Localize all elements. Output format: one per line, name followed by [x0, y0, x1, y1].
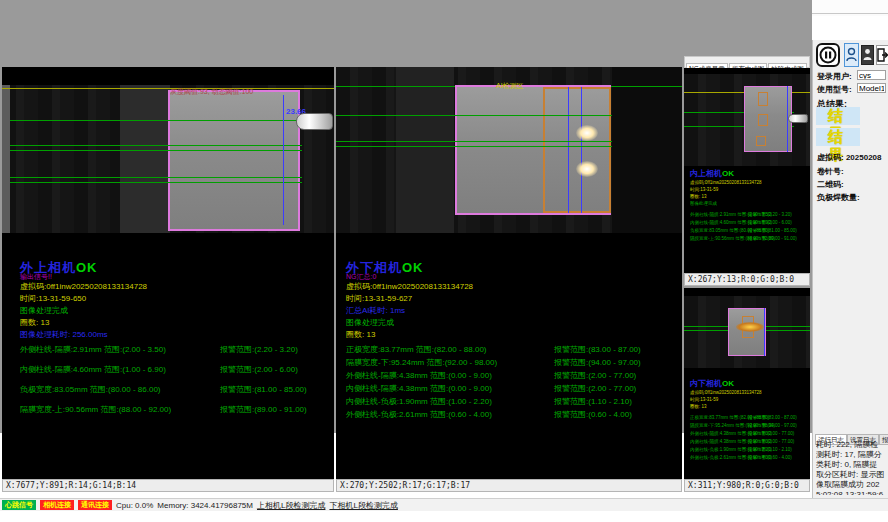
alarm-range: 报警范围:(83.00 - 87.00): [748, 415, 797, 420]
result-ok-text: OK: [722, 379, 734, 388]
time-line: 时间:13-31-59-650: [20, 293, 86, 304]
camera-name: 内下相机OK: [690, 378, 734, 389]
edge-line-green: [10, 120, 302, 121]
model-field[interactable]: [857, 83, 886, 93]
alarm-text: 报警范围:(89.00 - 91.00): [748, 236, 797, 241]
alarm-range: 报警范围:(2.00 - 77.00): [748, 439, 794, 444]
inner-top-camera-image[interactable]: [684, 74, 810, 166]
left-camera-image[interactable]: 灰度阈值:93, 动态阈值:100 23.66: [2, 85, 334, 233]
inner-top-cursor-status: X:267;Y:13;R:0;G:0;B:0: [684, 273, 810, 286]
measurement-row: 外侧柱线-隔膜:4.38mm 范围:(0.00 - 9.00): [346, 370, 492, 381]
status-bar: 心跳信号 相机连接 通讯连接 Cpu: 0.0% Memory: 3424.41…: [0, 498, 888, 511]
measure-line-blue: [764, 308, 765, 356]
pause-button[interactable]: [816, 43, 840, 67]
measurement-row: 内侧柱线-隔膜:4.38mm 范围:(0.00 - 9.00): [346, 383, 492, 394]
edge-line-green: [336, 115, 612, 116]
alarm-range: 报警范围:(2.00 - 6.00): [748, 220, 792, 225]
pin-number-label: 卷针号:: [817, 166, 844, 177]
processing-done-line: 图像处理完成: [20, 305, 68, 316]
defect-box: [758, 114, 768, 126]
edge-line-green: [10, 182, 302, 183]
edge-line-green: [10, 177, 302, 178]
alarm-text: 报警范围:(2.00 - 6.00): [220, 365, 298, 374]
exit-door-icon: [877, 48, 888, 62]
result-ok-text: OK: [402, 260, 424, 275]
small-view-tabs: NG成像显示所有内成图缺陷内成图: [684, 56, 810, 68]
result-box-bottom: 结 果: [816, 128, 860, 146]
result-ok-text: OK: [722, 169, 734, 178]
log-text[interactable]: 耗时: 222, 隔膜检测耗时: 17, 隔膜分类耗时: 0, 隔膜提取分区耗时…: [816, 440, 885, 495]
measurement-row: 外侧柱线-隔膜:2.91mm 范围:(2.00 - 3.50): [20, 344, 166, 355]
inner-bottom-camera-panel: 内下相机OK 虚拟码:0ff1inw20250208133134728 时间:1…: [684, 288, 810, 479]
camera-connection-badge: 相机连接: [40, 500, 74, 510]
alarm-range: 报警范围:(94.00 - 97.00): [554, 357, 641, 368]
turns-line: 圈数: 13: [346, 329, 375, 340]
reference-line-yellow: [2, 88, 334, 89]
alarm-text: 报警范围:(2.00 - 77.00): [554, 371, 636, 380]
image-light-band: [120, 85, 170, 233]
center-camera-image[interactable]: AI检测区: [336, 67, 682, 233]
product-block: [744, 86, 792, 152]
virtual-code-line: 虚拟码:0ff1inw20250208133134728: [20, 281, 147, 292]
measurement-row: 内侧柱线-隔膜:4.60mm 范围:(1.00 - 6.90): [20, 364, 166, 375]
model-label: 使用型号:: [817, 84, 852, 95]
measure-line-blue: [283, 95, 284, 225]
alarm-text: 报警范围:(2.00 - 77.00): [748, 431, 794, 436]
inner-bottom-camera-image[interactable]: [684, 296, 810, 368]
virtual-code-label-text: 虚拟码:: [817, 153, 844, 162]
highlight-spot: [576, 125, 598, 141]
virtual-code-label: 虚拟码: 20250208: [817, 152, 882, 163]
operator-button[interactable]: [861, 45, 874, 65]
memory-usage: Memory: 3424.41796875M: [157, 501, 253, 510]
product-block: [168, 90, 300, 231]
center-camera-panel: AI检测区 外下相机OK NG汇总:0 虚拟码:0ff1inw202502081…: [336, 67, 682, 479]
result-box-top: 结 果: [816, 107, 860, 125]
alarm-text: 报警范围:(81.00 - 85.00): [748, 228, 797, 233]
alarm-text: 报警范围:(89.00 - 91.00): [220, 405, 307, 414]
result-ok-text: OK: [76, 260, 98, 275]
center-cursor-status: X:270;Y:2502;R:17;G:17;B:17: [336, 479, 682, 492]
alarm-text: 报警范围:(83.00 - 87.00): [554, 345, 641, 354]
alarm-range: 报警范围:(2.00 - 77.00): [554, 370, 636, 381]
measurement-text: 外侧柱线-负极:2.61mm 范围:(0.60 - 4.00): [346, 410, 492, 419]
exit-button[interactable]: [876, 45, 888, 65]
camera-name-text: 内下相机: [690, 379, 722, 388]
alarm-range: 报警范围:(83.00 - 87.00): [554, 344, 641, 355]
time-line: 时间:13-31-59: [690, 397, 718, 402]
measure-line-blue: [581, 87, 582, 213]
camera-name: 内上相机OK: [690, 168, 734, 179]
turns-line: 圈数: 13: [690, 194, 707, 199]
defect-glow: [736, 322, 764, 332]
image-edge-band: [2, 85, 10, 233]
left-cursor-status: X:7677;Y:891;R:14;G:14;B:14: [2, 479, 334, 492]
alarm-text: 报警范围:(2.00 - 77.00): [554, 384, 636, 393]
virtual-code-value: 20250208: [846, 153, 882, 162]
nozzle-object: [296, 113, 333, 130]
defect-box: [758, 92, 768, 106]
edge-line-green: [336, 141, 612, 142]
alarm-range: 报警范围:(2.00 - 6.00): [220, 364, 298, 375]
alarm-text: 报警范围:(2.20 - 3.20): [748, 212, 792, 217]
login-user-field[interactable]: [857, 70, 886, 80]
alarm-text: 报警范围:(0.60 - 4.00): [748, 455, 792, 460]
time-line: 时间:13-31-59: [690, 187, 718, 192]
control-panel: 登录用户: 使用型号: 总结果: 结 果 结 果 虚拟码: 20250208 卷…: [812, 40, 888, 498]
ai-area-label: AI检测区: [496, 81, 524, 91]
measurement-text: 内侧柱线-隔膜:4.60mm 范围:(1.00 - 6.90): [20, 365, 166, 374]
cpu-usage: Cpu: 0.0%: [116, 501, 153, 510]
virtual-code-line: 虚拟码:0ff1inw20250208133134728: [690, 180, 761, 185]
alarm-text: 报警范围:(2.00 - 6.00): [748, 220, 792, 225]
inner-bottom-cursor-status: X:311;Y:980;R:0;G:0;B:0: [684, 479, 810, 492]
measurement-text: 内侧柱线-隔膜:4.38mm 范围:(0.00 - 9.00): [346, 384, 492, 393]
time-line: 时间:13-31-59-627: [346, 293, 412, 304]
alarm-text: 报警范围:(81.00 - 85.00): [220, 385, 307, 394]
weld-count-label: 负极焊数量:: [817, 192, 860, 203]
qr-code-label: 二维码:: [817, 179, 844, 190]
measurement-text: 负极宽度:83.05mm 范围:(80.00 - 86.00): [20, 385, 161, 394]
lower-camera-message: 下相机L段检测完成: [329, 500, 397, 511]
alarm-text: 报警范围:(1.10 - 2.10): [554, 397, 632, 406]
alarm-text: 报警范围:(0.60 - 4.00): [554, 410, 632, 419]
edge-line-green: [10, 145, 302, 146]
measurement-text: 隔膜宽度-下:95.24mm 范围:(92.00 - 98.00): [346, 358, 497, 367]
user-button[interactable]: [844, 43, 859, 67]
